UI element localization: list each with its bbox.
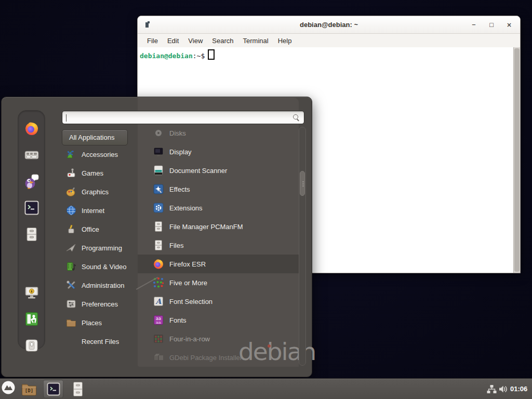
close-button[interactable]: × bbox=[501, 21, 517, 29]
search-icon bbox=[292, 114, 299, 121]
task-terminal-active[interactable] bbox=[43, 380, 63, 398]
menu-search[interactable]: Search bbox=[207, 37, 238, 45]
menu-search-box[interactable] bbox=[62, 111, 304, 124]
category-graphics[interactable]: Graphics bbox=[62, 182, 138, 201]
prompt-suffix: :~$ bbox=[193, 52, 205, 60]
category-internet[interactable]: Internet bbox=[62, 201, 138, 220]
app-effects[interactable]: Effects bbox=[138, 180, 299, 198]
category-accessories[interactable]: Accessories bbox=[62, 145, 138, 164]
terminal-titlebar[interactable]: debian@debian: ~ − □ × bbox=[138, 16, 520, 34]
app-list-scrollbar-thumb[interactable] bbox=[300, 171, 305, 196]
menu-button[interactable] bbox=[2, 381, 15, 394]
taskbar: [D] 01:06 bbox=[0, 378, 532, 399]
terminal-window-icon bbox=[145, 22, 149, 28]
svg-text:aa: aa bbox=[156, 320, 161, 325]
app-font-selection[interactable]: A Font Selection bbox=[138, 292, 299, 311]
app-display[interactable]: Display bbox=[138, 142, 299, 161]
menu-terminal[interactable]: Terminal bbox=[238, 37, 273, 45]
terminal-menubar: File Edit View Search Terminal Help bbox=[138, 34, 520, 48]
app-file-manager-pcmanfm[interactable]: File Manager PCManFM bbox=[138, 217, 299, 236]
app-extensions[interactable]: Extensions bbox=[138, 198, 299, 217]
scrollbar-grip-dots bbox=[302, 181, 304, 182]
firefox-icon[interactable] bbox=[23, 120, 40, 137]
app-five-or-more[interactable]: Five or More bbox=[138, 273, 299, 292]
category-recent-files[interactable]: Recent Files bbox=[62, 332, 138, 351]
menu-file[interactable]: File bbox=[142, 37, 163, 45]
pidgin-icon[interactable] bbox=[23, 173, 40, 190]
category-office[interactable]: Office bbox=[62, 220, 138, 238]
search-caret bbox=[66, 114, 66, 122]
maximize-button[interactable]: □ bbox=[484, 22, 499, 28]
app-files[interactable]: Files bbox=[138, 236, 299, 255]
app-disks[interactable]: Disks bbox=[138, 124, 299, 142]
svg-text:[D]: [D] bbox=[25, 388, 33, 393]
svg-text:A: A bbox=[155, 297, 162, 305]
application-list: Disks Display Document Scanner Effects E… bbox=[138, 124, 299, 367]
menu-view[interactable]: View bbox=[183, 37, 207, 45]
category-administration[interactable]: Administration bbox=[62, 276, 138, 295]
category-preferences[interactable]: Preferences bbox=[62, 295, 138, 313]
debian-watermark-dot bbox=[268, 344, 271, 348]
window-title: debian@debian: ~ bbox=[138, 16, 520, 33]
application-menu: All Applications Accessories Games Graph… bbox=[1, 97, 312, 377]
task-folder-d[interactable]: [D] bbox=[21, 382, 37, 396]
app-document-scanner[interactable]: Document Scanner bbox=[138, 161, 299, 180]
category-places[interactable]: Places bbox=[62, 313, 138, 332]
shut-down-icon[interactable] bbox=[23, 337, 40, 354]
file-cabinet-icon[interactable] bbox=[23, 226, 40, 243]
network-icon[interactable] bbox=[487, 384, 497, 394]
category-programming[interactable]: Programming bbox=[62, 238, 138, 257]
terminal-cursor bbox=[208, 49, 215, 60]
taskbar-clock[interactable]: 01:06 bbox=[510, 379, 527, 399]
terminal-scrollbar[interactable] bbox=[513, 47, 520, 273]
category-list: Accessories Games Graphics Internet Offi… bbox=[62, 145, 138, 351]
log-out-icon[interactable] bbox=[23, 311, 40, 327]
terminal-icon[interactable] bbox=[23, 200, 40, 216]
favorites-sidebar bbox=[18, 110, 45, 349]
lock-screen-icon[interactable] bbox=[23, 284, 40, 301]
search-input[interactable] bbox=[65, 112, 289, 123]
terminal-scrollbar-thumb[interactable] bbox=[514, 48, 520, 272]
menu-edit[interactable]: Edit bbox=[163, 37, 183, 45]
app-fonts[interactable]: aaaa Fonts bbox=[138, 311, 299, 329]
category-sound-video[interactable]: Sound & Video bbox=[62, 257, 138, 276]
app-firefox-esr[interactable]: Firefox ESR bbox=[138, 255, 299, 273]
keyboard-icon[interactable] bbox=[23, 147, 40, 163]
volume-icon[interactable] bbox=[499, 385, 508, 393]
category-all-applications[interactable]: All Applications bbox=[62, 129, 128, 145]
menu-help[interactable]: Help bbox=[273, 37, 297, 45]
category-games[interactable]: Games bbox=[62, 164, 138, 182]
app-list-scrollbar[interactable] bbox=[299, 127, 306, 366]
prompt-user: debian@debian bbox=[140, 52, 193, 60]
minimize-button[interactable]: − bbox=[466, 22, 482, 28]
task-file-cabinet[interactable] bbox=[71, 381, 85, 397]
